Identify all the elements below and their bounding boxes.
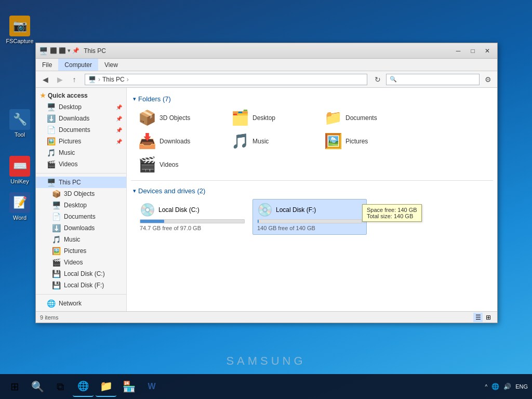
forward-button[interactable]: ▶ — [54, 73, 66, 86]
status-bar: 9 items ☰ ⊞ — [36, 311, 497, 323]
taskbar-right: ^ 🌐 🔊 ENG — [485, 383, 528, 390]
folder-music[interactable]: 🎵 Music — [228, 130, 319, 152]
sidebar-item-documents[interactable]: 📄 Documents — [36, 211, 126, 222]
this-pc-header[interactable]: 🖥️ This PC — [36, 177, 126, 188]
folders-grid: 📦 3D Objects 🗂️ Desktop 📁 Documents 📥 Do… — [131, 105, 493, 177]
address-path[interactable]: 🖥️ › This PC › — [85, 74, 367, 85]
folder-desktop[interactable]: 🗂️ Desktop — [228, 107, 319, 128]
desktop-icon-word[interactable]: 📝 Word — [4, 192, 35, 221]
start-button[interactable]: ⊞ — [4, 376, 25, 397]
sidebar-item-downloads-qa[interactable]: ⬇️ Downloads 📌 — [36, 113, 126, 124]
back-button[interactable]: ◀ — [39, 73, 51, 86]
quick-access-section: ★ Quick access 🖥️ Desktop 📌 ⬇️ Downloads… — [36, 88, 126, 172]
tiles-view-button[interactable]: ⊞ — [484, 313, 493, 322]
minimize-button[interactable]: ─ — [451, 46, 465, 56]
sidebar-item-desktop[interactable]: 🖥️ Desktop — [36, 200, 126, 211]
folder-pictures[interactable]: 🖼️ Pictures — [321, 130, 412, 152]
drive-c[interactable]: 💿 Local Disk (C:) 74.7 GB free of 97.0 G… — [135, 199, 249, 235]
desktop-icon-unikey[interactable]: ⌨️ UniKey — [4, 156, 35, 184]
sidebar-item-desktop-qa[interactable]: 🖥️ Desktop 📌 — [36, 101, 126, 113]
details-view-button[interactable]: ☰ — [473, 313, 483, 322]
network-tray-icon[interactable]: 🌐 — [491, 383, 499, 390]
drive-f[interactable]: 💿 Local Disk (F:) 140 GB free of 140 GB — [252, 199, 367, 235]
refresh-button[interactable]: ↻ — [371, 73, 384, 86]
menu-bar: File Computer View — [36, 59, 497, 71]
title-bar-controls: ─ □ ✕ — [451, 46, 494, 56]
search-options-button[interactable]: ⚙ — [482, 73, 494, 86]
sidebar-item-local-disk-f[interactable]: 💾 Local Disk (F:) — [36, 280, 126, 291]
sidebar-item-music[interactable]: 🎵 Music — [36, 234, 126, 245]
title-bar-icon: 🖥️ — [39, 47, 48, 55]
folder-videos[interactable]: 🎬 Videos — [135, 154, 226, 175]
sidebar-item-pictures[interactable]: 🖼️ Pictures — [36, 245, 126, 257]
quick-access-icons: ⬛ ⬛ ▾ 📌 — [50, 47, 79, 54]
sidebar-item-pictures-qa[interactable]: 🖼️ Pictures 📌 — [36, 136, 126, 147]
store-button[interactable]: 🏪 — [118, 376, 139, 397]
word-button[interactable]: W — [141, 376, 162, 397]
sidebar-item-videos[interactable]: 🎬 Videos — [36, 257, 126, 268]
maximize-button[interactable]: □ — [466, 46, 480, 56]
address-bar: ◀ ▶ ↑ 🖥️ › This PC › ↻ 🔍 ⚙ — [36, 71, 497, 88]
desktop-icon-tool[interactable]: 🔧 Tool — [4, 109, 35, 138]
quick-access-header[interactable]: ★ Quick access — [36, 90, 126, 101]
title-bar: 🖥️ ⬛ ⬛ ▾ 📌 This PC ─ □ ✕ — [36, 43, 497, 59]
menu-computer[interactable]: Computer — [58, 59, 98, 71]
folder-3dobjects[interactable]: 📦 3D Objects — [135, 107, 226, 128]
edge-button[interactable]: 🌐 — [73, 376, 94, 397]
path-text: This PC — [102, 76, 125, 83]
item-count: 9 items — [40, 314, 58, 321]
folder-downloads[interactable]: 📥 Downloads — [135, 130, 226, 152]
file-explorer-button[interactable]: 📁 — [96, 376, 116, 397]
content-pane: Folders (7) 📦 3D Objects 🗂️ Desktop 📁 Do… — [127, 88, 497, 311]
main-area: ★ Quick access 🖥️ Desktop 📌 ⬇️ Downloads… — [36, 88, 497, 311]
explorer-window: 🖥️ ⬛ ⬛ ▾ 📌 This PC ─ □ ✕ File Computer V… — [35, 43, 498, 323]
system-tray-chevron[interactable]: ^ — [485, 384, 487, 390]
search-box[interactable]: 🔍 — [386, 74, 480, 85]
sidebar-item-local-disk-c[interactable]: 💾 Local Disk (C:) — [36, 268, 126, 280]
sidebar-item-documents-qa[interactable]: 📄 Documents 📌 — [36, 124, 126, 136]
search-placeholder: 🔍 — [390, 76, 397, 83]
sidebar-item-music-qa[interactable]: 🎵 Music — [36, 147, 126, 158]
drives-grid: 💿 Local Disk (C:) 74.7 GB free of 97.0 G… — [131, 197, 493, 237]
folders-section-header[interactable]: Folders (7) — [131, 92, 493, 105]
sidebar-item-downloads[interactable]: ⬇️ Downloads — [36, 222, 126, 234]
up-button[interactable]: ↑ — [68, 73, 81, 86]
task-view-button[interactable]: ⧉ — [50, 376, 71, 397]
sidebar-item-3dobjects[interactable]: 📦 3D Objects — [36, 188, 126, 200]
menu-file[interactable]: File — [36, 59, 58, 71]
drive-f-tooltip: Space free: 140 GB Total size: 140 GB — [362, 204, 422, 222]
folder-documents[interactable]: 📁 Documents — [321, 107, 412, 128]
language-indicator[interactable]: ENG — [515, 383, 528, 390]
drives-section-header[interactable]: Devices and drives (2) — [131, 184, 493, 197]
taskbar: ⊞ 🔍 ⧉ 🌐 📁 🏪 W ^ 🌐 🔊 ENG — [0, 374, 532, 399]
volume-tray-icon[interactable]: 🔊 — [503, 383, 511, 390]
desktop-icon-fscapture[interactable]: 📷 FSCapture — [4, 16, 35, 44]
search-button[interactable]: 🔍 — [27, 376, 48, 397]
sidebar-item-videos-qa[interactable]: 🎬 Videos — [36, 158, 126, 170]
menu-view[interactable]: View — [98, 59, 124, 71]
close-button[interactable]: ✕ — [481, 46, 494, 56]
samsung-brand: SAMSUNG — [226, 354, 305, 368]
sidebar: ★ Quick access 🖥️ Desktop 📌 ⬇️ Downloads… — [36, 88, 127, 311]
network-section: 🌐 Network — [36, 296, 126, 311]
this-pc-section: 🖥️ This PC 📦 3D Objects 🖥️ Desktop 📄 Doc… — [36, 175, 126, 293]
sidebar-item-network[interactable]: 🌐 Network — [36, 298, 126, 309]
title-bar-text: This PC — [84, 47, 449, 55]
view-controls: ☰ ⊞ — [473, 313, 493, 322]
